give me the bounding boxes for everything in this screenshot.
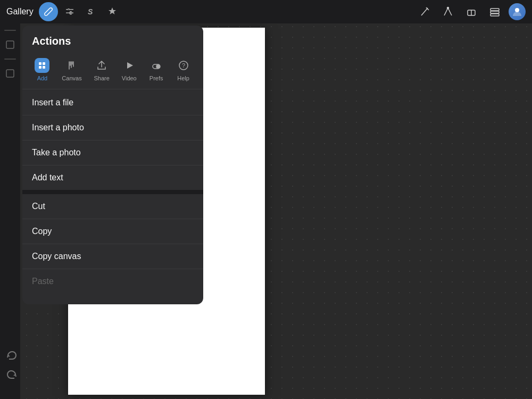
undo-button[interactable] [4, 349, 19, 364]
adjust-icon[interactable] [60, 2, 79, 21]
svg-text:S: S [88, 7, 93, 16]
copy-item[interactable]: Copy [22, 219, 203, 244]
svg-point-9 [515, 8, 519, 12]
sidebar-divider-mid [4, 59, 16, 60]
menu-section-divider [22, 190, 203, 194]
wrench-icon[interactable] [39, 2, 58, 21]
layers-tool-icon[interactable] [485, 2, 504, 21]
svg-rect-6 [491, 9, 499, 11]
cut-item[interactable]: Cut [22, 194, 203, 219]
svg-rect-13 [43, 62, 45, 65]
help-tab-icon: ? [176, 58, 191, 73]
svg-rect-12 [39, 62, 41, 65]
left-sidebar [0, 23, 20, 399]
tab-add[interactable]: Add [30, 56, 54, 84]
svg-point-3 [447, 7, 449, 9]
header-bar: Gallery S [0, 0, 532, 23]
prefs-tab-icon [149, 58, 164, 73]
insert-file-item[interactable]: Insert a file [22, 90, 203, 115]
actions-tabs: Add Canvas Share [22, 53, 203, 89]
sidebar-tool-1[interactable] [3, 37, 18, 52]
header-right [415, 2, 526, 21]
gallery-button[interactable]: Gallery [6, 7, 34, 16]
actions-panel: Actions Add Canvas [22, 26, 203, 304]
tab-prefs[interactable]: Prefs [145, 56, 168, 84]
add-tab-icon [35, 58, 49, 73]
tab-video-label: Video [122, 75, 137, 81]
insert-photo-item[interactable]: Insert a photo [22, 115, 203, 140]
user-avatar[interactable] [509, 3, 526, 20]
svg-text:?: ? [182, 62, 185, 69]
svg-rect-15 [43, 66, 45, 69]
svg-line-1 [421, 8, 428, 15]
paste-item: Paste [22, 269, 203, 294]
pencil-tool-icon[interactable] [415, 2, 434, 21]
canvas-tab-icon [64, 58, 79, 73]
add-text-item[interactable]: Add text [22, 165, 203, 190]
tab-canvas[interactable]: Canvas [57, 56, 86, 84]
video-tab-icon [122, 58, 137, 73]
svg-point-18 [156, 65, 160, 68]
tab-add-label: Add [37, 75, 48, 81]
header-left: Gallery S [6, 2, 122, 21]
eraser-tool-icon[interactable] [462, 2, 481, 21]
svg-rect-14 [39, 66, 41, 69]
top-tools: S [39, 2, 122, 21]
sidebar-tool-2[interactable] [3, 66, 18, 81]
actions-title: Actions [22, 26, 203, 53]
redo-button[interactable] [4, 368, 19, 383]
svg-marker-16 [127, 62, 133, 69]
undo-redo-controls [4, 349, 19, 383]
sidebar-divider-top [4, 30, 16, 31]
tab-prefs-label: Prefs [149, 75, 163, 81]
svg-rect-10 [6, 41, 14, 48]
svg-rect-8 [491, 14, 499, 16]
share-tab-icon [94, 58, 109, 73]
tab-share[interactable]: Share [90, 56, 114, 84]
copy-canvas-item[interactable]: Copy canvas [22, 244, 203, 269]
take-photo-item[interactable]: Take a photo [22, 140, 203, 165]
tab-share-label: Share [94, 75, 110, 81]
tab-video[interactable]: Video [118, 56, 141, 84]
svg-rect-7 [491, 11, 499, 13]
pen-tool-icon[interactable] [438, 2, 458, 21]
tab-canvas-label: Canvas [62, 75, 81, 81]
script-icon[interactable]: S [81, 2, 101, 21]
tab-help-label: Help [177, 75, 189, 81]
svg-rect-11 [6, 70, 14, 77]
tab-help[interactable]: ? Help [172, 56, 195, 84]
rocket-icon[interactable] [103, 2, 122, 21]
